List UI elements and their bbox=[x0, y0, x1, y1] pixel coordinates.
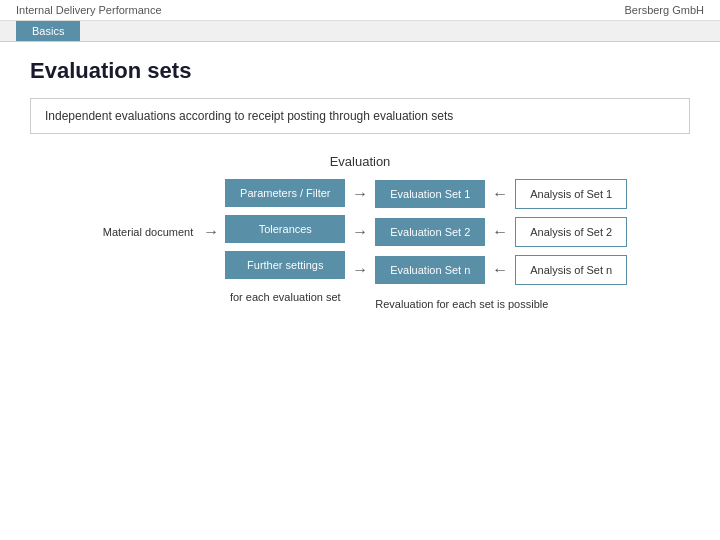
arrow-right-2 bbox=[345, 223, 375, 241]
material-doc-row: Material document bbox=[103, 223, 226, 241]
analysis-set-2: Analysis of Set 2 bbox=[515, 217, 627, 247]
evaluation-label: Evaluation bbox=[330, 154, 391, 169]
arrow-left-1 bbox=[485, 185, 515, 203]
app-title: Internal Delivery Performance bbox=[16, 4, 162, 16]
eval-set-n: Evaluation Set n bbox=[375, 256, 485, 284]
analysis-set-1: Analysis of Set 1 bbox=[515, 179, 627, 209]
arrow-left-2 bbox=[485, 223, 515, 241]
description-box: Independent evaluations according to rec… bbox=[30, 98, 690, 134]
top-bar: Internal Delivery Performance Bersberg G… bbox=[0, 0, 720, 21]
center-box-further: Further settings bbox=[225, 251, 345, 279]
nav-tab-basics[interactable]: Basics bbox=[16, 21, 80, 41]
arrow-right-3 bbox=[345, 261, 375, 279]
center-box-tolerances: Tolerances bbox=[225, 215, 345, 243]
analysis-set-n: Analysis of Set n bbox=[515, 255, 627, 285]
arrow-right-1 bbox=[345, 185, 375, 203]
center-col: Parameters / Filter Tolerances Further s… bbox=[225, 179, 345, 303]
diagram: Material document Parameters / Filter To… bbox=[103, 179, 627, 312]
page-title: Evaluation sets bbox=[30, 58, 690, 84]
left-area: Material document bbox=[103, 179, 226, 241]
company-name: Bersberg GmbH bbox=[625, 4, 704, 16]
material-doc-arrow bbox=[197, 223, 225, 241]
below-center-text: for each evaluation set bbox=[225, 291, 345, 303]
revaluation-row: Revaluation for each set is possible bbox=[345, 293, 627, 312]
description-text: Independent evaluations according to rec… bbox=[45, 109, 453, 123]
eval-set-2: Evaluation Set 2 bbox=[375, 218, 485, 246]
page-content: Evaluation sets Independent evaluations … bbox=[0, 42, 720, 328]
revaluation-text: Revaluation for each set is possible bbox=[375, 297, 548, 312]
arrow-left-3 bbox=[485, 261, 515, 279]
row-3: Evaluation Set n Analysis of Set n bbox=[345, 255, 627, 285]
material-doc-label: Material document bbox=[103, 226, 194, 238]
row-1: Evaluation Set 1 Analysis of Set 1 bbox=[345, 179, 627, 209]
row-2: Evaluation Set 2 Analysis of Set 2 bbox=[345, 217, 627, 247]
evaluation-section: Evaluation Material document Parameters … bbox=[30, 154, 690, 312]
eval-set-1: Evaluation Set 1 bbox=[375, 180, 485, 208]
rows-area: Evaluation Set 1 Analysis of Set 1 Evalu… bbox=[345, 179, 627, 312]
center-box-params: Parameters / Filter bbox=[225, 179, 345, 207]
